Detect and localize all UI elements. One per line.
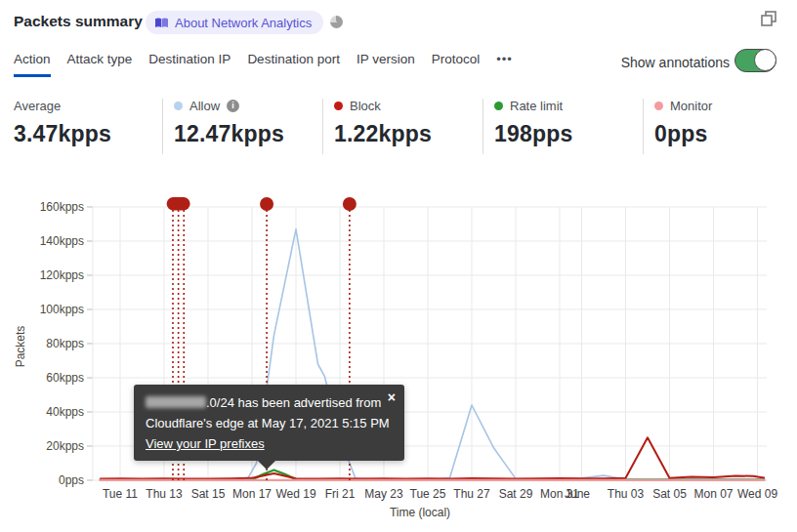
legend-dot-icon bbox=[334, 102, 343, 110]
svg-text:160kpps: 160kpps bbox=[40, 200, 84, 214]
annotation-marker-icon[interactable] bbox=[343, 197, 357, 211]
stat-average: Average3.47kpps bbox=[14, 99, 111, 147]
svg-text:Tue 11: Tue 11 bbox=[103, 487, 138, 501]
stat-label: Monitor bbox=[670, 99, 712, 113]
tab-destination-port[interactable]: Destination port bbox=[247, 52, 340, 74]
page-title: Packets summary bbox=[14, 13, 143, 30]
stat-value: 12.47kpps bbox=[174, 121, 284, 147]
svg-text:0pps: 0pps bbox=[59, 473, 84, 487]
svg-text:Tue 25: Tue 25 bbox=[410, 487, 446, 501]
legend-dot-icon bbox=[494, 102, 503, 110]
annotation-marker-icon[interactable] bbox=[260, 197, 273, 211]
stat-value: 0pps bbox=[654, 121, 712, 147]
stat-divider bbox=[322, 99, 323, 154]
stat-divider bbox=[643, 99, 644, 154]
tooltip-line1: .0/24 has been advertised from bbox=[146, 392, 393, 413]
svg-text:60kpps: 60kpps bbox=[46, 371, 84, 385]
svg-text:Mon 17: Mon 17 bbox=[232, 487, 272, 501]
svg-text:Thu 03: Thu 03 bbox=[608, 487, 645, 501]
stat-block: Block1.22kpps bbox=[334, 99, 432, 147]
svg-text:120kpps: 120kpps bbox=[40, 268, 84, 282]
stat-monitor: Monitor0pps bbox=[654, 99, 712, 147]
stat-divider bbox=[162, 99, 163, 154]
about-network-analytics-badge[interactable]: About Network Analytics bbox=[146, 11, 323, 34]
annotation-marker-icon[interactable] bbox=[167, 197, 190, 211]
svg-text:Thu 27: Thu 27 bbox=[453, 487, 490, 501]
stat-value: 3.47kpps bbox=[14, 121, 111, 147]
legend-dot-icon bbox=[174, 102, 183, 110]
tooltip-line2: Cloudflare's edge at May 17, 2021 5:15 P… bbox=[146, 413, 393, 433]
annotation-tooltip: × .0/24 has been advertised from Cloudfl… bbox=[134, 385, 404, 461]
tabs-more-button[interactable]: ••• bbox=[496, 52, 513, 74]
show-annotations-label: Show annotations bbox=[616, 55, 730, 70]
tab-attack-type[interactable]: Attack type bbox=[67, 52, 133, 74]
tab-ip-version[interactable]: IP version bbox=[357, 52, 415, 74]
series-line-rate-limit bbox=[101, 471, 764, 480]
svg-text:Fri 21: Fri 21 bbox=[325, 487, 356, 501]
popout-window-icon[interactable] bbox=[760, 10, 777, 27]
close-icon[interactable]: × bbox=[388, 388, 396, 408]
stat-value: 1.22kpps bbox=[334, 121, 432, 147]
svg-text:80kpps: 80kpps bbox=[46, 337, 84, 350]
svg-text:Mon 31: Mon 31 bbox=[540, 487, 579, 501]
help-progress-icon[interactable] bbox=[330, 16, 343, 28]
stat-label: Allow bbox=[189, 99, 220, 113]
svg-text:Thu 13: Thu 13 bbox=[146, 487, 183, 501]
legend-dot-icon bbox=[654, 102, 663, 110]
stat-rate-limit: Rate limit198pps bbox=[494, 99, 572, 147]
redacted-ip-prefix bbox=[146, 396, 206, 408]
stat-value: 198pps bbox=[494, 121, 572, 147]
svg-text:June: June bbox=[565, 487, 590, 501]
toggle-knob bbox=[754, 49, 776, 71]
svg-text:Sat 15: Sat 15 bbox=[191, 487, 226, 501]
view-ip-prefixes-link[interactable]: View your IP prefixes bbox=[146, 436, 265, 451]
badge-label: About Network Analytics bbox=[175, 16, 312, 30]
svg-text:Packets: Packets bbox=[14, 326, 27, 368]
svg-text:Time (local): Time (local) bbox=[390, 506, 450, 519]
stat-allow: Allowi12.47kpps bbox=[174, 99, 284, 147]
svg-text:140kpps: 140kpps bbox=[40, 234, 84, 248]
stat-label: Rate limit bbox=[510, 99, 563, 113]
network-analytics-panel: Packets summary About Network Analytics … bbox=[0, 0, 797, 532]
stat-divider bbox=[482, 99, 483, 154]
tab-protocol[interactable]: Protocol bbox=[432, 52, 481, 74]
dimension-tabs: ActionAttack typeDestination IPDestinati… bbox=[14, 52, 513, 77]
svg-text:Sat 05: Sat 05 bbox=[652, 487, 687, 501]
svg-text:Wed 19: Wed 19 bbox=[275, 487, 315, 501]
svg-text:Sat 29: Sat 29 bbox=[499, 487, 533, 501]
svg-text:40kpps: 40kpps bbox=[46, 405, 84, 419]
book-icon bbox=[154, 18, 169, 28]
tab-destination-ip[interactable]: Destination IP bbox=[148, 52, 231, 74]
info-icon[interactable]: i bbox=[227, 100, 239, 112]
stat-label: Average bbox=[14, 99, 61, 113]
svg-text:20kpps: 20kpps bbox=[46, 439, 84, 453]
svg-text:100kpps: 100kpps bbox=[40, 303, 84, 316]
stat-label: Block bbox=[350, 99, 381, 113]
svg-text:May 23: May 23 bbox=[364, 487, 403, 501]
svg-text:Mon 07: Mon 07 bbox=[693, 487, 733, 501]
svg-text:Wed 09: Wed 09 bbox=[737, 487, 777, 501]
show-annotations-toggle[interactable] bbox=[734, 49, 776, 72]
tab-action[interactable]: Action bbox=[14, 52, 51, 77]
